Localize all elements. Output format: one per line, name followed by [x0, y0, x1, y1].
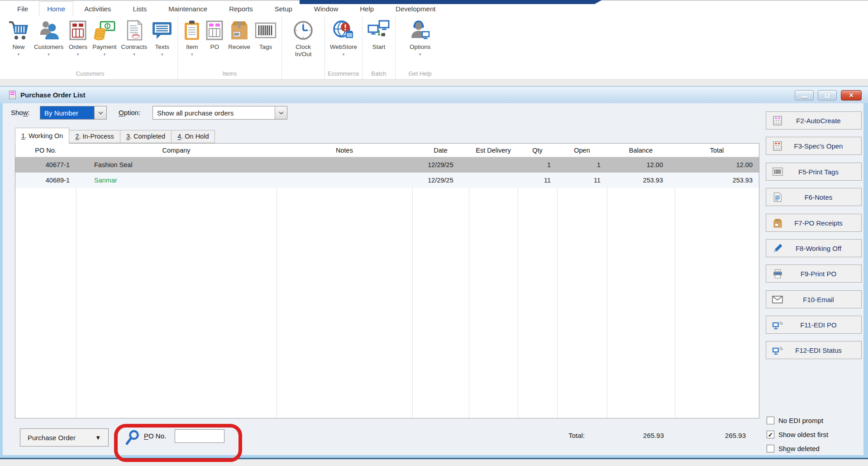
- total-label: Total:: [516, 432, 585, 439]
- po-grid-icon: [205, 19, 224, 42]
- background-window-edge: [300, 0, 602, 4]
- cell-balance: 12.00: [607, 161, 675, 168]
- f8-working-off-button[interactable]: F8-Working Off: [766, 239, 862, 257]
- ribbon-button-contracts[interactable]: Contracts ▾: [119, 16, 150, 58]
- close-button[interactable]: ✕: [841, 90, 862, 101]
- menu-item-setup[interactable]: Setup: [264, 2, 303, 16]
- column-header-notes[interactable]: Notes: [277, 147, 412, 154]
- column-header-total[interactable]: Total: [675, 147, 759, 154]
- chevron-down-icon: [94, 106, 106, 119]
- tab-working-on[interactable]: 1. Working On: [15, 128, 69, 144]
- column-header-qty[interactable]: Qty: [518, 147, 557, 154]
- ribbon-button-label: PO: [210, 43, 219, 51]
- status-tabs: 1. Working On 2. In-Process 3. Completed…: [15, 128, 215, 143]
- po-no-label: PO No.: [144, 432, 166, 440]
- table-row[interactable]: 40689-1 Sanmar 12/29/25 11 11 253.93 253…: [15, 173, 759, 188]
- minimize-button[interactable]: [795, 90, 814, 101]
- cell-date: 12/29/25: [412, 161, 469, 168]
- computers-icon: [367, 19, 390, 42]
- f12-edi-status-button[interactable]: F12-EDI Status: [766, 341, 862, 359]
- maximize-icon: [825, 93, 830, 98]
- printer-icon: [772, 269, 783, 279]
- f3-specs-open-button[interactable]: F3-Spec's Open: [766, 137, 862, 155]
- window-icon: [9, 91, 16, 99]
- f5-print-tags-button[interactable]: F5-Print Tags: [766, 163, 862, 181]
- ribbon-button-texts[interactable]: Texts ▾: [149, 16, 175, 58]
- ribbon-button-label: Options: [410, 43, 431, 51]
- checkbox-label: Show deleted: [778, 445, 820, 452]
- show-deleted-checkbox[interactable]: Show deleted: [767, 445, 820, 452]
- chevron-down-icon: ▾: [161, 52, 163, 58]
- show-dropdown-value: By Number: [40, 106, 94, 119]
- parcel-icon: [229, 19, 250, 42]
- column-header-open[interactable]: Open: [557, 147, 607, 154]
- checkbox-unchecked-icon: [767, 445, 774, 452]
- clock-icon: [293, 19, 314, 42]
- ribbon-button-po[interactable]: PO: [203, 16, 226, 51]
- f7-po-receipts-button[interactable]: F7-PO Receipts: [766, 214, 862, 232]
- ribbon-button-start[interactable]: Start: [365, 16, 392, 51]
- ribbon-button-orders[interactable]: Orders ▾: [66, 16, 90, 58]
- show-oldest-first-checkbox[interactable]: ✓ Show oldest first: [767, 431, 828, 438]
- menu-item-reports[interactable]: Reports: [218, 2, 264, 16]
- ribbon-button-label: Orders: [69, 43, 87, 51]
- ribbon-button-label: WebStore: [330, 43, 357, 51]
- column-header-date[interactable]: Date: [412, 147, 469, 154]
- purchase-order-type-button[interactable]: Purchase Order ▼: [20, 428, 109, 447]
- column-header-balance[interactable]: Balance: [607, 147, 675, 154]
- menu-item-home[interactable]: Home: [39, 1, 73, 16]
- ribbon-button-options[interactable]: Options ▾: [407, 16, 433, 58]
- screen: File Home Activities Lists Maintenance R…: [0, 0, 868, 466]
- column-header-company[interactable]: Company: [76, 147, 277, 154]
- cell-company: Fashion Seal: [76, 161, 277, 168]
- total-balance-value: 265.93: [597, 432, 664, 439]
- ribbon-group-label: Items: [181, 69, 279, 79]
- option-dropdown[interactable]: Show all purchase orders: [153, 106, 287, 120]
- barcode-icon: [255, 19, 277, 42]
- column-header-po-no[interactable]: PO No.: [15, 147, 76, 154]
- ribbon-button-label: Start: [372, 43, 386, 51]
- button-label: F7-PO Receipts: [783, 219, 861, 227]
- f9-print-po-button[interactable]: F9-Print PO: [766, 264, 862, 283]
- ribbon-group-clock: Clock In/Out: [281, 16, 324, 79]
- ribbon-button-label: Contracts: [121, 43, 148, 51]
- option-dropdown-value: Show all purchase orders: [153, 106, 275, 119]
- ribbon-button-receive[interactable]: Receive: [226, 16, 253, 51]
- window-border: [0, 455, 868, 459]
- ribbon-button-item[interactable]: Item ▾: [181, 16, 203, 58]
- cell-po-no: 40677-1: [15, 161, 76, 168]
- po-no-input[interactable]: [175, 429, 224, 443]
- maximize-button[interactable]: [818, 90, 837, 101]
- column-header-est-delivery[interactable]: Est Delivery: [469, 147, 518, 154]
- menu-item-maintenance[interactable]: Maintenance: [157, 2, 218, 16]
- tab-completed[interactable]: 3. Completed: [120, 130, 172, 143]
- menu-item-lists[interactable]: Lists: [122, 2, 157, 16]
- form-orange-icon: [772, 141, 783, 151]
- ribbon-button-tags[interactable]: Tags: [253, 16, 279, 51]
- chevron-down-icon: ▾: [133, 52, 135, 58]
- chevron-down-icon: ▾: [104, 52, 106, 58]
- tab-on-hold[interactable]: 4. On Hold: [172, 130, 215, 143]
- no-edi-prompt-checkbox[interactable]: No EDI prompt: [767, 417, 823, 424]
- minimize-icon: [801, 96, 807, 98]
- ribbon-group-ecommerce: WebStore ▾ Ecommerce: [324, 16, 362, 79]
- window-titlebar[interactable]: Purchase Order List ✕: [0, 86, 868, 103]
- f2-autocreate-button[interactable]: F2-AutoCreate: [766, 111, 862, 130]
- tab-in-process[interactable]: 2. In-Process: [69, 130, 120, 143]
- menu-item-file[interactable]: File: [6, 2, 39, 16]
- ribbon-button-payment[interactable]: Payment ▾: [90, 16, 119, 58]
- ribbon-button-webstore[interactable]: WebStore ▾: [328, 16, 359, 58]
- f10-email-button[interactable]: F10-Email: [766, 290, 862, 308]
- button-label: F9-Print PO: [783, 270, 861, 278]
- ribbon-button-clock-in-out[interactable]: Clock In/Out: [285, 16, 322, 58]
- note-icon: [772, 192, 783, 202]
- menu-item-activities[interactable]: Activities: [73, 2, 122, 16]
- ribbon-button-label: Tags: [259, 43, 272, 51]
- show-dropdown[interactable]: By Number: [40, 106, 107, 120]
- ribbon-group-batch: Start Batch: [362, 16, 395, 79]
- ribbon-button-customers[interactable]: Customers ▾: [32, 16, 66, 58]
- table-row[interactable]: 40677-1 Fashion Seal 12/29/25 1 1 12.00 …: [15, 157, 759, 173]
- ribbon-button-new[interactable]: New ▾: [5, 16, 32, 58]
- f11-edi-po-button[interactable]: F11-EDI PO: [766, 316, 862, 334]
- f6-notes-button[interactable]: F6-Notes: [766, 188, 862, 206]
